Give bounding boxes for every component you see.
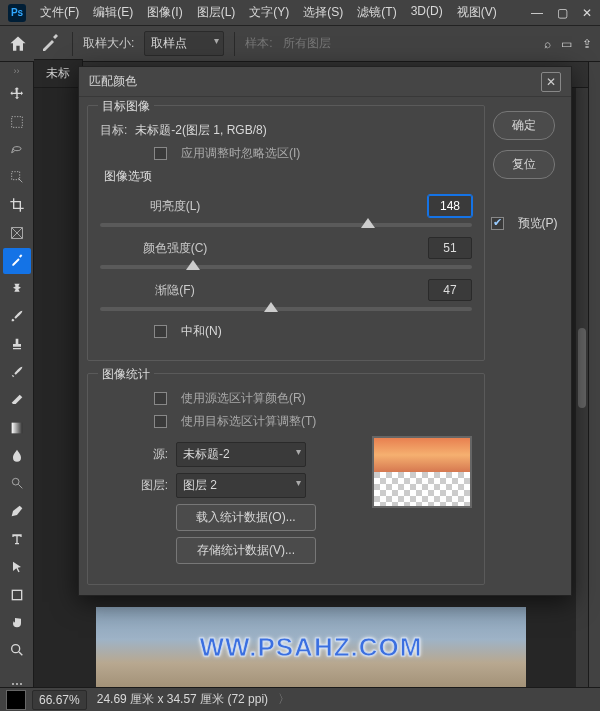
intensity-slider[interactable] (100, 265, 472, 269)
menu-layer[interactable]: 图层(L) (191, 1, 242, 24)
history-brush-tool[interactable] (3, 359, 31, 385)
menu-file[interactable]: 文件(F) (34, 1, 85, 24)
search-icon[interactable]: ⌕ (544, 37, 551, 51)
app-logo: Ps (8, 4, 26, 22)
minimize-icon[interactable]: — (531, 6, 543, 20)
fade-input[interactable] (428, 279, 472, 301)
source-label: 源: (100, 446, 168, 463)
frame-tool[interactable] (3, 220, 31, 246)
dialog-title: 匹配颜色 (89, 73, 137, 90)
sample-label: 样本: (245, 35, 272, 52)
vertical-scrollbar[interactable] (576, 88, 588, 687)
share-icon[interactable]: ⇪ (582, 37, 592, 51)
quick-select-tool[interactable] (3, 164, 31, 190)
watermark-text: WW.PSAHZ.COM (200, 632, 423, 663)
use-target-selection-label: 使用目标选区计算调整(T) (181, 413, 316, 430)
luminance-label: 明亮度(L) (100, 198, 250, 215)
neutralize-checkbox[interactable] (154, 325, 167, 338)
stamp-tool[interactable] (3, 331, 31, 357)
lasso-tool[interactable] (3, 137, 31, 163)
svg-rect-3 (11, 422, 22, 433)
menu-edit[interactable]: 编辑(E) (87, 1, 139, 24)
crop-tool[interactable] (3, 192, 31, 218)
load-stats-button[interactable]: 载入统计数据(O)... (176, 504, 316, 531)
eyedropper-icon[interactable] (38, 32, 62, 56)
menu-select[interactable]: 选择(S) (297, 1, 349, 24)
shape-tool[interactable] (3, 582, 31, 608)
blur-tool[interactable] (3, 443, 31, 469)
ok-button[interactable]: 确定 (493, 111, 555, 140)
preview-checkbox[interactable] (491, 217, 504, 230)
menubar: 文件(F) 编辑(E) 图像(I) 图层(L) 文字(Y) 选择(S) 滤镜(T… (34, 1, 531, 24)
sample-value: 所有图层 (283, 35, 331, 52)
svg-rect-0 (11, 116, 22, 127)
svg-point-4 (12, 479, 19, 486)
close-window-icon[interactable]: ✕ (582, 6, 592, 20)
target-value: 未标题-2(图层 1, RGB/8) (135, 122, 266, 139)
gradient-tool[interactable] (3, 415, 31, 441)
path-select-tool[interactable] (3, 554, 31, 580)
match-color-dialog: 匹配颜色 ✕ 目标图像 目标: 未标题-2(图层 1, RGB/8) 应用调整时… (78, 66, 572, 596)
menu-3d[interactable]: 3D(D) (405, 1, 449, 24)
menu-image[interactable]: 图像(I) (141, 1, 188, 24)
zoom-level[interactable]: 66.67% (32, 690, 87, 710)
menu-view[interactable]: 视图(V) (451, 1, 503, 24)
move-tool[interactable] (3, 81, 31, 107)
eyedropper-tool[interactable] (3, 248, 31, 274)
fade-slider[interactable] (100, 307, 472, 311)
foreground-swatch[interactable] (6, 690, 26, 710)
eraser-tool[interactable] (3, 387, 31, 413)
use-source-selection-label: 使用源选区计算颜色(R) (181, 390, 306, 407)
menu-type[interactable]: 文字(Y) (243, 1, 295, 24)
luminance-input[interactable] (428, 195, 472, 217)
zoom-tool[interactable] (3, 637, 31, 663)
image-options-label: 图像选项 (104, 168, 472, 185)
svg-point-6 (11, 645, 19, 653)
source-select[interactable]: 未标题-2 (176, 442, 306, 467)
layer-select[interactable]: 图层 2 (176, 473, 306, 498)
home-icon[interactable] (8, 34, 28, 54)
use-target-selection-checkbox (154, 415, 167, 428)
healing-tool[interactable] (3, 276, 31, 302)
save-stats-button[interactable]: 存储统计数据(V)... (176, 537, 316, 564)
close-icon[interactable]: ✕ (541, 72, 561, 92)
neutralize-label: 中和(N) (181, 323, 222, 340)
ignore-selection-label: 应用调整时忽略选区(I) (181, 145, 300, 162)
intensity-input[interactable] (428, 237, 472, 259)
layer-label: 图层: (100, 477, 168, 494)
source-thumbnail (372, 436, 472, 508)
hand-tool[interactable] (3, 609, 31, 635)
menu-filter[interactable]: 滤镜(T) (351, 1, 402, 24)
type-tool[interactable] (3, 526, 31, 552)
dodge-tool[interactable] (3, 470, 31, 496)
brush-tool[interactable] (3, 304, 31, 330)
status-arrow-icon[interactable]: 〉 (278, 691, 290, 708)
canvas-image: WW.PSAHZ.COM (96, 607, 526, 687)
sample-size-select[interactable]: 取样点 (144, 31, 224, 56)
marquee-tool[interactable] (3, 109, 31, 135)
svg-rect-5 (12, 590, 21, 599)
reset-button[interactable]: 复位 (493, 150, 555, 179)
pen-tool[interactable] (3, 498, 31, 524)
toolbar: ›› ⋯ (0, 62, 34, 702)
sample-size-label: 取样大小: (83, 35, 134, 52)
preview-label: 预览(P) (518, 215, 558, 232)
document-dimensions: 24.69 厘米 x 34.57 厘米 (72 ppi) (97, 691, 268, 708)
ignore-selection-checkbox (154, 147, 167, 160)
expand-toolbar-icon[interactable]: ›› (14, 66, 20, 76)
intensity-label: 颜色强度(C) (100, 240, 250, 257)
fade-label: 渐隐(F) (100, 282, 250, 299)
maximize-icon[interactable]: ▢ (557, 6, 568, 20)
right-panel-collapsed[interactable] (588, 62, 600, 702)
stats-section-label: 图像统计 (98, 366, 154, 383)
use-source-selection-checkbox (154, 392, 167, 405)
target-label: 目标: (100, 122, 127, 139)
workspace-icon[interactable]: ▭ (561, 37, 572, 51)
document-tab[interactable]: 未标 (34, 59, 83, 87)
target-section-label: 目标图像 (98, 98, 154, 115)
luminance-slider[interactable] (100, 223, 472, 227)
